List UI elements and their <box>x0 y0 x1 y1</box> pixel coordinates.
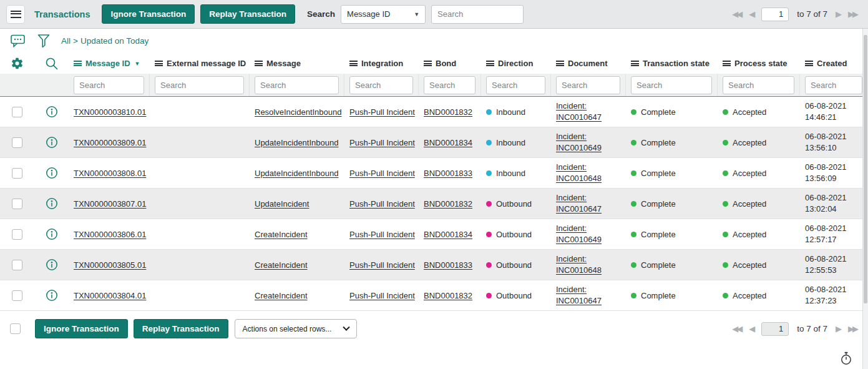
row-checkbox[interactable] <box>12 229 22 240</box>
footer-ignore-transaction-button[interactable]: Ignore Transaction <box>35 319 128 338</box>
column-header-direction[interactable]: Direction <box>481 59 551 68</box>
message-id-link[interactable]: TXN0000003810.01 <box>74 107 146 117</box>
message-link[interactable]: ResolveIncidentInbound <box>255 107 342 117</box>
message-link[interactable]: UpdateIncidentInbound <box>255 138 338 147</box>
message-id-link[interactable]: TXN0000003809.01 <box>74 138 146 147</box>
page-title[interactable]: Transactions <box>34 9 90 19</box>
column-header-external_message_id[interactable]: External message ID <box>150 59 250 68</box>
row-checkbox[interactable] <box>12 290 22 301</box>
prev-page-icon[interactable]: ◀ <box>749 9 753 19</box>
replay-transaction-button[interactable]: Replay Transaction <box>200 4 295 24</box>
bond-link[interactable]: BND0001832 <box>424 291 472 300</box>
filter-input-bond[interactable] <box>424 76 475 94</box>
message-link[interactable]: CreateIncident <box>255 230 308 239</box>
filter-input-document[interactable] <box>556 76 620 94</box>
document-link[interactable]: Incident:INC0010647 <box>556 284 602 306</box>
search-field-select[interactable]: Message ID ▼ <box>341 5 426 24</box>
column-header-message[interactable]: Message <box>250 59 344 68</box>
column-header-bond[interactable]: Bond <box>419 59 481 68</box>
message-id-link[interactable]: TXN0000003807.01 <box>74 199 146 209</box>
response-time-icon[interactable] <box>839 352 853 367</box>
info-icon[interactable] <box>46 197 58 210</box>
chat-icon[interactable] <box>10 34 25 47</box>
filter-input-integration[interactable] <box>349 76 413 94</box>
footer-replay-transaction-button[interactable]: Replay Transaction <box>134 319 228 338</box>
gear-icon[interactable] <box>11 57 24 70</box>
integration-link[interactable]: Push-Pull Incident <box>349 260 415 270</box>
bond-link[interactable]: BND0001834 <box>424 230 472 239</box>
message-link[interactable]: CreateIncident <box>255 260 308 270</box>
column-header-document[interactable]: Document <box>551 59 626 68</box>
filter-input-transaction_state[interactable] <box>631 76 712 94</box>
message-id-link[interactable]: TXN0000003804.01 <box>74 291 146 300</box>
row-checkbox[interactable] <box>12 168 22 179</box>
column-header-message_id[interactable]: Message ID▼ <box>69 59 150 68</box>
column-header-integration[interactable]: Integration <box>344 59 419 68</box>
message-link[interactable]: UpdateIncident <box>255 199 309 209</box>
last-page-icon[interactable]: ▶▶ <box>848 324 857 333</box>
row-checkbox[interactable] <box>12 199 22 209</box>
document-link[interactable]: Incident:INC0010648 <box>556 253 602 275</box>
next-page-icon[interactable]: ▶ <box>836 324 840 333</box>
filter-input-created[interactable] <box>805 76 862 94</box>
filter-input-process_state[interactable] <box>723 76 794 94</box>
message-link[interactable]: CreateIncident <box>255 291 308 300</box>
filter-input-message_id[interactable] <box>74 76 144 94</box>
integration-link[interactable]: Push-Pull Incident <box>349 169 415 178</box>
bond-link[interactable]: BND0001833 <box>424 169 472 178</box>
bond-link[interactable]: BND0001832 <box>424 107 472 117</box>
prev-page-icon[interactable]: ◀ <box>749 324 753 333</box>
integration-link[interactable]: Push-Pull Incident <box>349 230 415 239</box>
row-checkbox[interactable] <box>12 260 22 270</box>
bond-link[interactable]: BND0001834 <box>424 138 472 147</box>
last-page-icon[interactable]: ▶▶ <box>848 9 857 19</box>
next-page-icon[interactable]: ▶ <box>836 9 840 19</box>
search-icon[interactable] <box>45 57 59 71</box>
document-link[interactable]: Incident:INC0010648 <box>556 162 602 184</box>
page-number-input[interactable] <box>761 7 789 21</box>
first-page-icon[interactable]: ◀◀ <box>732 324 741 333</box>
info-icon[interactable] <box>46 289 58 302</box>
column-header-transaction_state[interactable]: Transaction state <box>626 59 718 68</box>
row-checkbox[interactable] <box>12 107 22 117</box>
ignore-transaction-button[interactable]: Ignore Transaction <box>102 4 195 24</box>
document-link[interactable]: Incident:INC0010649 <box>556 131 602 153</box>
filter-input-external_message_id[interactable] <box>155 76 244 94</box>
direction-dot-icon <box>486 140 492 145</box>
message-id-link[interactable]: TXN0000003805.01 <box>74 260 146 270</box>
menu-button[interactable] <box>6 5 25 24</box>
integration-link[interactable]: Push-Pull Incident <box>349 199 415 209</box>
integration-link[interactable]: Push-Pull Incident <box>349 291 415 300</box>
document-link[interactable]: Incident:INC0010647 <box>556 192 602 214</box>
process-state-label: Accepted <box>733 230 766 239</box>
page-number-input[interactable] <box>761 322 789 336</box>
filter-input-direction[interactable] <box>486 76 545 94</box>
breadcrumb-all-link[interactable]: All <box>61 36 71 46</box>
vertical-scrollbar[interactable] <box>862 29 868 369</box>
info-icon[interactable] <box>46 136 58 149</box>
document-link[interactable]: Incident:INC0010647 <box>556 101 602 122</box>
filter-icon[interactable] <box>37 34 51 49</box>
message-id-link[interactable]: TXN0000003806.01 <box>74 230 146 239</box>
bond-link[interactable]: BND0001833 <box>424 260 472 270</box>
column-header-process_state[interactable]: Process state <box>718 59 800 68</box>
actions-on-selected-rows-select[interactable]: Actions on selected rows... <box>235 319 357 338</box>
column-header-created[interactable]: Created <box>800 59 868 68</box>
row-checkbox[interactable] <box>12 137 22 148</box>
integration-link[interactable]: Push-Pull Incident <box>349 107 415 117</box>
info-icon[interactable] <box>46 258 58 271</box>
document-link[interactable]: Incident:INC0010649 <box>556 223 602 245</box>
message-link[interactable]: UpdateIncidentInbound <box>255 169 338 178</box>
search-input[interactable] <box>431 5 524 24</box>
bond-link[interactable]: BND0001832 <box>424 199 472 209</box>
integration-link[interactable]: Push-Pull Incident <box>349 138 415 147</box>
message-id-link[interactable]: TXN0000003808.01 <box>74 169 146 178</box>
breadcrumb-filter-link[interactable]: Updated on Today <box>80 36 149 46</box>
info-icon[interactable] <box>46 228 58 240</box>
info-icon[interactable] <box>46 167 58 179</box>
first-page-icon[interactable]: ◀◀ <box>732 9 741 19</box>
filter-input-message[interactable] <box>255 76 339 94</box>
scrollbar-thumb[interactable] <box>864 35 867 303</box>
info-icon[interactable] <box>46 106 58 118</box>
select-all-checkbox[interactable] <box>10 323 21 334</box>
